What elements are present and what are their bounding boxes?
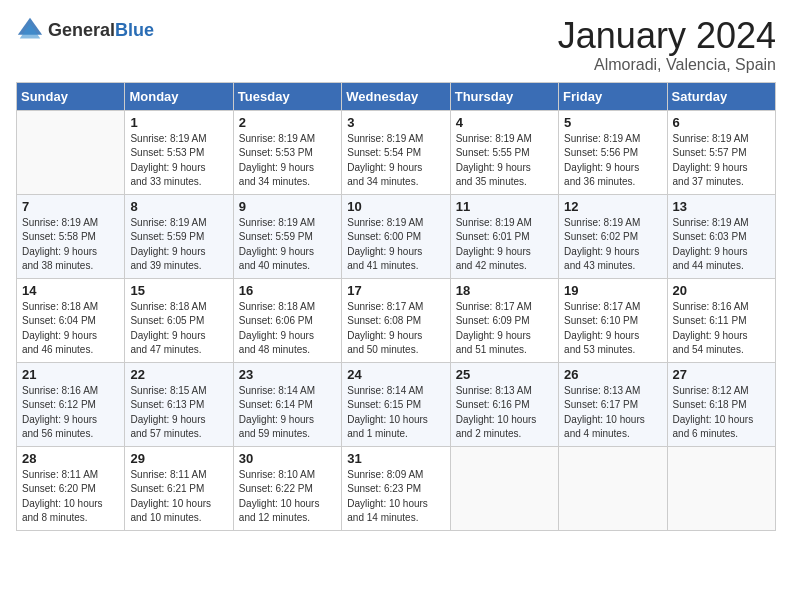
logo-blue: Blue (115, 20, 154, 40)
calendar-cell: 31Sunrise: 8:09 AMSunset: 6:23 PMDayligh… (342, 446, 450, 530)
page-header: GeneralBlue January 2024 Almoradi, Valen… (16, 16, 776, 74)
day-number: 9 (239, 199, 336, 214)
day-number: 17 (347, 283, 444, 298)
day-number: 10 (347, 199, 444, 214)
calendar-cell (450, 446, 558, 530)
day-number: 15 (130, 283, 227, 298)
location-title: Almoradi, Valencia, Spain (558, 56, 776, 74)
logo-general: General (48, 20, 115, 40)
day-info: Sunrise: 8:14 AMSunset: 6:14 PMDaylight:… (239, 384, 336, 442)
day-number: 13 (673, 199, 770, 214)
calendar-cell: 26Sunrise: 8:13 AMSunset: 6:17 PMDayligh… (559, 362, 667, 446)
day-info: Sunrise: 8:19 AMSunset: 6:01 PMDaylight:… (456, 216, 553, 274)
calendar-week-row: 14Sunrise: 8:18 AMSunset: 6:04 PMDayligh… (17, 278, 776, 362)
calendar-cell: 25Sunrise: 8:13 AMSunset: 6:16 PMDayligh… (450, 362, 558, 446)
calendar-cell: 19Sunrise: 8:17 AMSunset: 6:10 PMDayligh… (559, 278, 667, 362)
calendar-body: 1Sunrise: 8:19 AMSunset: 5:53 PMDaylight… (17, 110, 776, 530)
calendar-cell: 28Sunrise: 8:11 AMSunset: 6:20 PMDayligh… (17, 446, 125, 530)
day-info: Sunrise: 8:19 AMSunset: 5:54 PMDaylight:… (347, 132, 444, 190)
day-info: Sunrise: 8:16 AMSunset: 6:12 PMDaylight:… (22, 384, 119, 442)
calendar-cell (17, 110, 125, 194)
calendar-week-row: 7Sunrise: 8:19 AMSunset: 5:58 PMDaylight… (17, 194, 776, 278)
calendar-cell: 8Sunrise: 8:19 AMSunset: 5:59 PMDaylight… (125, 194, 233, 278)
day-number: 7 (22, 199, 119, 214)
day-info: Sunrise: 8:19 AMSunset: 5:53 PMDaylight:… (130, 132, 227, 190)
day-number: 28 (22, 451, 119, 466)
calendar-week-row: 28Sunrise: 8:11 AMSunset: 6:20 PMDayligh… (17, 446, 776, 530)
day-info: Sunrise: 8:19 AMSunset: 5:59 PMDaylight:… (239, 216, 336, 274)
day-info: Sunrise: 8:09 AMSunset: 6:23 PMDaylight:… (347, 468, 444, 526)
day-number: 23 (239, 367, 336, 382)
day-number: 5 (564, 115, 661, 130)
day-info: Sunrise: 8:19 AMSunset: 5:58 PMDaylight:… (22, 216, 119, 274)
month-title: January 2024 (558, 16, 776, 56)
day-number: 8 (130, 199, 227, 214)
calendar-cell: 14Sunrise: 8:18 AMSunset: 6:04 PMDayligh… (17, 278, 125, 362)
day-number: 16 (239, 283, 336, 298)
day-info: Sunrise: 8:14 AMSunset: 6:15 PMDaylight:… (347, 384, 444, 442)
calendar-cell: 7Sunrise: 8:19 AMSunset: 5:58 PMDaylight… (17, 194, 125, 278)
day-number: 19 (564, 283, 661, 298)
day-info: Sunrise: 8:19 AMSunset: 5:57 PMDaylight:… (673, 132, 770, 190)
day-info: Sunrise: 8:17 AMSunset: 6:09 PMDaylight:… (456, 300, 553, 358)
day-number: 3 (347, 115, 444, 130)
day-number: 2 (239, 115, 336, 130)
day-info: Sunrise: 8:17 AMSunset: 6:10 PMDaylight:… (564, 300, 661, 358)
calendar-cell (667, 446, 775, 530)
day-of-week-header: Wednesday (342, 82, 450, 110)
day-info: Sunrise: 8:19 AMSunset: 6:00 PMDaylight:… (347, 216, 444, 274)
day-info: Sunrise: 8:18 AMSunset: 6:05 PMDaylight:… (130, 300, 227, 358)
day-info: Sunrise: 8:19 AMSunset: 5:56 PMDaylight:… (564, 132, 661, 190)
day-info: Sunrise: 8:11 AMSunset: 6:20 PMDaylight:… (22, 468, 119, 526)
calendar-cell: 30Sunrise: 8:10 AMSunset: 6:22 PMDayligh… (233, 446, 341, 530)
day-number: 6 (673, 115, 770, 130)
day-info: Sunrise: 8:16 AMSunset: 6:11 PMDaylight:… (673, 300, 770, 358)
calendar-cell: 17Sunrise: 8:17 AMSunset: 6:08 PMDayligh… (342, 278, 450, 362)
calendar-cell: 29Sunrise: 8:11 AMSunset: 6:21 PMDayligh… (125, 446, 233, 530)
calendar-cell: 16Sunrise: 8:18 AMSunset: 6:06 PMDayligh… (233, 278, 341, 362)
day-number: 11 (456, 199, 553, 214)
day-info: Sunrise: 8:11 AMSunset: 6:21 PMDaylight:… (130, 468, 227, 526)
day-of-week-header: Monday (125, 82, 233, 110)
day-info: Sunrise: 8:19 AMSunset: 6:03 PMDaylight:… (673, 216, 770, 274)
day-info: Sunrise: 8:13 AMSunset: 6:16 PMDaylight:… (456, 384, 553, 442)
calendar-table: SundayMondayTuesdayWednesdayThursdayFrid… (16, 82, 776, 531)
day-info: Sunrise: 8:19 AMSunset: 5:59 PMDaylight:… (130, 216, 227, 274)
day-info: Sunrise: 8:18 AMSunset: 6:04 PMDaylight:… (22, 300, 119, 358)
calendar-cell: 23Sunrise: 8:14 AMSunset: 6:14 PMDayligh… (233, 362, 341, 446)
day-info: Sunrise: 8:18 AMSunset: 6:06 PMDaylight:… (239, 300, 336, 358)
calendar-cell: 13Sunrise: 8:19 AMSunset: 6:03 PMDayligh… (667, 194, 775, 278)
calendar-cell: 3Sunrise: 8:19 AMSunset: 5:54 PMDaylight… (342, 110, 450, 194)
day-number: 1 (130, 115, 227, 130)
calendar-cell: 11Sunrise: 8:19 AMSunset: 6:01 PMDayligh… (450, 194, 558, 278)
day-info: Sunrise: 8:19 AMSunset: 6:02 PMDaylight:… (564, 216, 661, 274)
calendar-cell: 2Sunrise: 8:19 AMSunset: 5:53 PMDaylight… (233, 110, 341, 194)
day-of-week-header: Friday (559, 82, 667, 110)
day-number: 4 (456, 115, 553, 130)
day-number: 21 (22, 367, 119, 382)
calendar-header-row: SundayMondayTuesdayWednesdayThursdayFrid… (17, 82, 776, 110)
day-info: Sunrise: 8:15 AMSunset: 6:13 PMDaylight:… (130, 384, 227, 442)
calendar-cell: 18Sunrise: 8:17 AMSunset: 6:09 PMDayligh… (450, 278, 558, 362)
calendar-cell (559, 446, 667, 530)
title-area: January 2024 Almoradi, Valencia, Spain (558, 16, 776, 74)
calendar-cell: 20Sunrise: 8:16 AMSunset: 6:11 PMDayligh… (667, 278, 775, 362)
day-number: 27 (673, 367, 770, 382)
day-number: 12 (564, 199, 661, 214)
calendar-cell: 4Sunrise: 8:19 AMSunset: 5:55 PMDaylight… (450, 110, 558, 194)
day-number: 30 (239, 451, 336, 466)
calendar-cell: 5Sunrise: 8:19 AMSunset: 5:56 PMDaylight… (559, 110, 667, 194)
day-number: 25 (456, 367, 553, 382)
calendar-cell: 9Sunrise: 8:19 AMSunset: 5:59 PMDaylight… (233, 194, 341, 278)
calendar-week-row: 1Sunrise: 8:19 AMSunset: 5:53 PMDaylight… (17, 110, 776, 194)
logo-icon (16, 16, 44, 44)
day-number: 24 (347, 367, 444, 382)
day-number: 26 (564, 367, 661, 382)
day-of-week-header: Sunday (17, 82, 125, 110)
day-info: Sunrise: 8:12 AMSunset: 6:18 PMDaylight:… (673, 384, 770, 442)
day-number: 14 (22, 283, 119, 298)
calendar-cell: 1Sunrise: 8:19 AMSunset: 5:53 PMDaylight… (125, 110, 233, 194)
day-info: Sunrise: 8:19 AMSunset: 5:55 PMDaylight:… (456, 132, 553, 190)
day-info: Sunrise: 8:19 AMSunset: 5:53 PMDaylight:… (239, 132, 336, 190)
calendar-cell: 15Sunrise: 8:18 AMSunset: 6:05 PMDayligh… (125, 278, 233, 362)
